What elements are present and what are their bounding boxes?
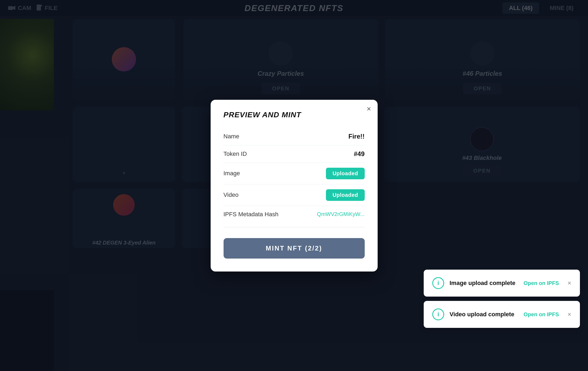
modal-token-id-value: #49: [354, 150, 364, 158]
mint-nft-button[interactable]: MINT NFT (2/2): [224, 238, 365, 259]
modal-video-label: Video: [224, 191, 239, 198]
toast-video-message: Video upload complete: [450, 311, 518, 318]
toast-video-link[interactable]: Open on IPFS: [524, 311, 559, 318]
toast-image-message: Image upload complete: [450, 280, 518, 287]
toast-image-link[interactable]: Open on IPFS: [524, 280, 559, 286]
modal-divider: [224, 227, 365, 227]
toast-container: i Image upload complete Open on IPFS × i…: [424, 270, 580, 328]
modal-title: PREVIEW AND MINT: [224, 111, 365, 119]
modal-name-label: Name: [224, 133, 239, 140]
modal-token-id-label: Token ID: [224, 150, 247, 157]
modal-row-video: Video Uploaded: [224, 184, 365, 206]
modal-row-name: Name Fire!!: [224, 128, 365, 145]
modal-image-label: Image: [224, 170, 240, 177]
toast-video-close[interactable]: ×: [568, 311, 571, 318]
toast-video-upload: i Video upload complete Open on IPFS ×: [424, 301, 580, 328]
preview-mint-modal: × PREVIEW AND MINT Name Fire!! Token ID …: [211, 100, 378, 272]
modal-name-value: Fire!!: [349, 133, 365, 140]
modal-video-status: Uploaded: [326, 189, 364, 201]
toast-image-close[interactable]: ×: [568, 279, 571, 287]
toast-image-upload: i Image upload complete Open on IPFS ×: [424, 270, 580, 297]
toast-image-icon: i: [432, 277, 444, 289]
modal-ipfs-label: IPFS Metadata Hash: [224, 211, 279, 218]
modal-ipfs-value[interactable]: QmWV2rGMiKyW...: [317, 211, 365, 217]
modal-row-token-id: Token ID #49: [224, 145, 365, 163]
modal-row-ipfs: IPFS Metadata Hash QmWV2rGMiKyW...: [224, 206, 365, 223]
toast-video-icon: i: [432, 308, 444, 320]
modal-close-button[interactable]: ×: [367, 105, 371, 113]
modal-row-image: Image Uploaded: [224, 163, 365, 184]
modal-image-status: Uploaded: [326, 168, 364, 179]
